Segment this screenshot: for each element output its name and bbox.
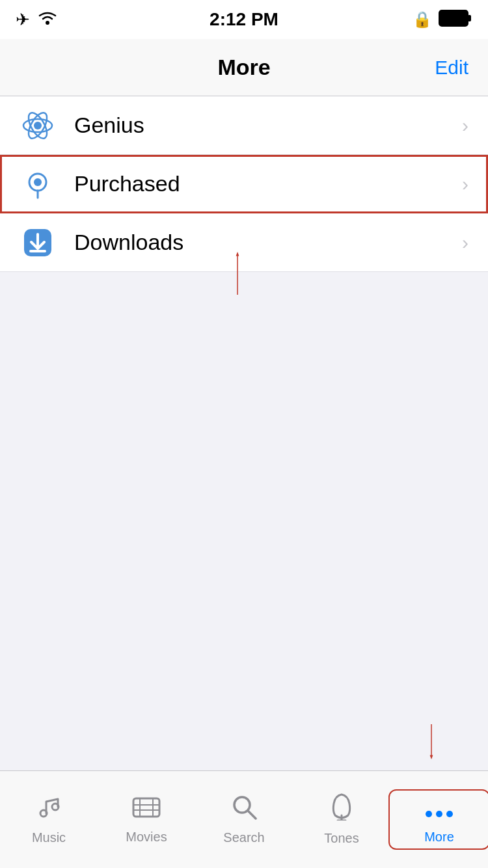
purchased-label: Purchased [74, 171, 462, 197]
more-label: More [424, 830, 454, 845]
lock-icon: 🔒 [413, 10, 432, 29]
svg-point-24 [234, 797, 250, 813]
tones-icon [330, 793, 353, 827]
purchased-chevron: › [462, 173, 468, 195]
tab-bar: Music Movies Search [0, 770, 488, 868]
list-item-genius[interactable]: Genius › [0, 96, 488, 155]
tab-item-tones[interactable]: Tones [296, 793, 387, 846]
menu-list: Genius › Purchased › Downloads [0, 96, 488, 272]
annotation-arrow-down [429, 683, 433, 800]
tab-item-search[interactable]: Search [198, 794, 290, 845]
tab-item-movies[interactable]: Movies [101, 794, 192, 845]
edit-button[interactable]: Edit [435, 57, 468, 79]
tones-label: Tones [324, 831, 359, 846]
genius-label: Genius [74, 113, 462, 138]
music-icon [36, 794, 62, 826]
music-label: Music [32, 830, 66, 845]
search-icon [231, 794, 257, 826]
svg-line-25 [249, 811, 256, 819]
downloads-chevron: › [462, 232, 468, 254]
purchased-icon [20, 166, 56, 202]
downloads-icon [20, 224, 56, 261]
svg-point-29 [436, 811, 442, 817]
nav-title: More [217, 55, 270, 80]
nav-bar: More Edit [0, 39, 488, 96]
status-right-icons: 🔒 [413, 10, 472, 29]
svg-point-17 [40, 810, 47, 817]
status-time: 2:12 PM [210, 9, 278, 30]
svg-point-30 [446, 811, 453, 817]
svg-marker-16 [430, 755, 433, 759]
status-left-icons: ✈ [16, 10, 57, 30]
battery-icon [439, 10, 472, 29]
svg-point-28 [426, 811, 432, 817]
svg-rect-2 [468, 15, 471, 21]
genius-chevron: › [462, 115, 468, 137]
movies-label: Movies [126, 830, 167, 845]
list-item-purchased[interactable]: Purchased › [0, 155, 488, 213]
svg-rect-1 [439, 10, 468, 26]
search-label: Search [223, 830, 264, 845]
svg-point-8 [34, 178, 42, 186]
svg-marker-14 [236, 252, 239, 256]
tab-item-more[interactable]: More [394, 794, 485, 845]
movies-icon [132, 794, 161, 826]
svg-point-18 [52, 804, 59, 810]
downloads-label: Downloads [74, 230, 462, 255]
list-item-downloads[interactable]: Downloads › [0, 213, 488, 272]
svg-point-3 [34, 122, 42, 129]
airplane-icon: ✈ [16, 10, 30, 30]
status-bar: ✈ 2:12 PM 🔒 [0, 0, 488, 39]
svg-rect-19 [133, 798, 159, 817]
annotation-arrow-up [236, 202, 239, 345]
svg-point-0 [46, 21, 49, 25]
genius-icon [20, 107, 56, 144]
tab-item-music[interactable]: Music [3, 794, 94, 845]
wifi-icon [38, 10, 57, 29]
